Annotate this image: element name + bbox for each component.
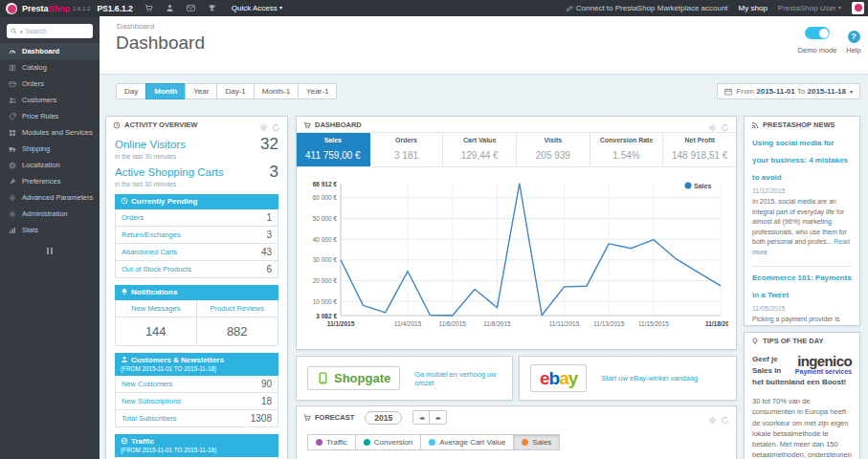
gear-icon[interactable] [708,120,717,129]
sidebar-item-orders[interactable]: Orders [0,76,100,92]
svg-text:11/4/2015: 11/4/2015 [394,320,422,327]
kpi-sales[interactable]: Sales411 759,00 € [297,133,370,166]
forecast-year[interactable]: 2015 [365,411,402,425]
series-label: Average Cart Value [439,438,505,447]
range-button-month-1[interactable]: Month-1 [254,83,299,99]
svg-text:11/11/2015: 11/11/2015 [549,320,580,327]
previous-year-button[interactable]: ◂◂ [413,411,430,424]
kpi-orders[interactable]: Orders3 181 [370,133,444,166]
svg-text:66 912 €: 66 912 € [313,181,338,187]
refresh-icon[interactable] [272,120,280,129]
row-label[interactable]: Total Subscribers [122,414,251,423]
sidebar-item-modules-and-services[interactable]: Modules and Services [0,124,100,141]
sidebar-item-shipping[interactable]: Shipping [0,141,100,157]
forecast-series-traffic[interactable]: Traffic [307,434,356,450]
chevron-down-icon[interactable]: ▾ [20,29,23,34]
gear-icon[interactable] [259,120,268,129]
range-button-day-1[interactable]: Day-1 [216,83,254,99]
ingenico-logo: ingenico Payment services [789,354,852,376]
marketplace-link[interactable]: Connect to PrestaShop Marketplace accoun… [566,4,728,12]
column-header[interactable]: New Messages [115,300,197,317]
messages-icon[interactable] [181,4,202,12]
article-title[interactable]: Using social media for your business: 4 … [752,139,848,182]
sidebar-item-label: Customers [22,96,56,104]
lightbulb-icon [751,338,759,345]
svg-text:11/18/2015: 11/18/2015 [705,320,728,327]
row-label[interactable]: Out of Stock Products [122,265,266,273]
shopgate-link[interactable]: Ga mobiel en verhoog uw omzet [414,370,501,387]
calendar-icon [724,88,732,96]
sidebar-item-price-rules[interactable]: Price Rules [0,108,100,124]
rss-icon [751,121,759,129]
row-label[interactable]: New Customers [122,380,261,388]
sales-chart: 66 912 €60 000 €50 000 €40 000 €30 000 €… [299,172,736,340]
stat-label[interactable]: Active Shopping Carts [115,166,224,178]
range-button-month[interactable]: Month [145,83,186,99]
ebay-banner: ebay Start uw eBay-winkel vandaag [519,356,737,401]
article-title[interactable]: Ecommerce 101: Payments in a Tweet [752,273,852,299]
table-row: New Subscriptions18 [115,393,278,410]
refresh-icon[interactable] [721,413,729,422]
trophy-icon[interactable] [202,4,223,12]
date-range-picker[interactable]: From 2015-11-01 To 2015-11-18 ▾ [717,83,860,99]
customers-quick-icon[interactable] [160,4,181,12]
forecast-series-conversion[interactable]: Conversion [355,434,421,450]
forecast-series-buttons: TrafficConversionAverage Cart ValueSales [308,434,736,450]
sidebar-item-localization[interactable]: Localization [0,157,100,173]
column-header[interactable]: Product Reviews [197,300,279,317]
range-button-day[interactable]: Day [116,83,146,99]
kpi-cart-value[interactable]: Cart Value129,44 € [443,133,517,166]
cart-icon[interactable] [139,4,160,12]
book-icon [9,64,16,72]
breadcrumb[interactable]: Dashboard [117,22,154,31]
forecast-series-average-cart-value[interactable]: Average Cart Value [420,434,514,450]
sidebar-item-catalog[interactable]: Catalog [0,59,100,76]
kpi-label: Conversion Rate [592,137,661,143]
kpi-label: Orders [372,137,441,143]
sidebar-item-dashboard[interactable]: Dashboard [0,43,100,59]
collapse-menu-icon[interactable] [0,248,100,254]
kpi-net-profit[interactable]: Net Profit148 918,51 € [663,133,736,166]
forecast-year-nav: ◂◂ ▸▸ [412,410,447,425]
excerpt-text: Picking a payment provider is one of the… [752,316,850,326]
tag-icon [9,113,16,120]
user-menu[interactable]: PrestaShop User ▾ [778,4,841,12]
section-title: Traffic [131,437,154,446]
kpi-visits[interactable]: Visits205 939 [517,133,590,166]
sidebar-item-advanced-parameters[interactable]: Advanced Parameters [0,189,100,206]
user-avatar[interactable] [852,2,864,14]
help-button[interactable]: ? Help [842,26,865,55]
row-label[interactable]: Orders [122,213,266,222]
link-icon [566,5,573,12]
quick-access-menu[interactable]: Quick Access ▾ [232,4,282,12]
sidebar-search: ▾ [7,24,93,38]
row-label[interactable]: Return/Exchanges [122,230,266,239]
stat-label[interactable]: Online Visitors [115,139,186,150]
sidebar-item-customers[interactable]: Customers [0,92,100,108]
demo-mode-toggle[interactable] [805,27,830,39]
ebay-link[interactable]: Start uw eBay-winkel vandaag [601,374,698,382]
sidebar-item-label: Dashboard [22,47,59,55]
prestashop-news-panel: PRESTASHOP NEWS Using social media for y… [744,116,860,326]
sidebar-item-label: Localization [22,161,60,169]
row-label[interactable]: New Subscriptions [122,397,261,405]
sidebar-item-stats[interactable]: Stats [0,222,100,238]
sidebar-item-preferences[interactable]: Preferences [0,173,100,189]
refresh-icon[interactable] [721,120,729,129]
kpi-conversion-rate[interactable]: Conversion Rate1.54% [590,133,664,166]
activity-overview-panel: ACTIVITY OVERVIEW 32Online Visitorsin th… [105,116,288,459]
row-label[interactable]: Abandoned Carts [122,248,261,256]
range-button-year-1[interactable]: Year-1 [298,83,337,99]
next-year-button[interactable]: ▸▸ [430,411,446,424]
sidebar-item-administration[interactable]: Administration [0,206,100,222]
search-input[interactable] [26,28,74,34]
brand-name: PrestaShop [22,4,70,13]
sidebar-item-label: Shipping [22,144,50,153]
demo-mode-label: Demo mode [793,46,841,55]
gauge-icon [9,48,16,55]
forecast-series-sales[interactable]: Sales [513,434,560,450]
range-button-year[interactable]: Year [185,83,217,99]
my-shop-link[interactable]: My shop [739,4,768,12]
gear-icon[interactable] [708,413,717,422]
kpi-label: Sales [299,137,367,143]
